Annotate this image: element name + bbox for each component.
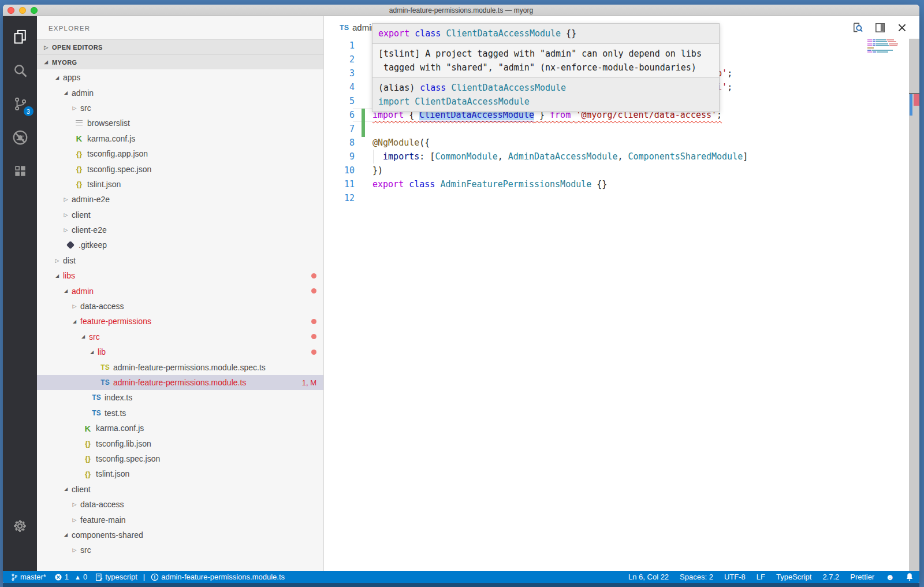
tree-item-feature-main[interactable]: ▷feature-main (37, 512, 323, 527)
ts-version[interactable]: 2.7.2 (822, 573, 839, 581)
tree-item-label: client (72, 485, 91, 494)
twisty-expanded-icon[interactable]: ◢ (54, 273, 61, 278)
tree-item--gitkeep[interactable]: .gitkeep (37, 237, 323, 252)
twisty-expanded-icon[interactable]: ◢ (88, 350, 95, 355)
tree-item-admin-e2e[interactable]: ▷admin-e2e (37, 192, 323, 207)
tree-item-label: src (80, 103, 91, 113)
eol-sequence[interactable]: LF (757, 573, 765, 581)
cursor-position[interactable]: Ln 6, Col 22 (628, 573, 669, 581)
twisty-collapsed-icon[interactable]: ▷ (71, 517, 78, 523)
open-preview-icon[interactable] (852, 22, 863, 33)
tree-item-admin-feature-permissions-module-ts[interactable]: TSadmin-feature-permissions.module.ts1, … (37, 375, 323, 390)
tree-item-apps[interactable]: ◢apps (37, 70, 323, 85)
twisty-expanded-icon[interactable]: ◢ (62, 486, 69, 492)
explorer-icon[interactable] (8, 24, 33, 50)
magnifier-icon (12, 62, 28, 79)
tree-item-label: admin (72, 88, 94, 98)
notifications-bell-icon[interactable] (906, 573, 914, 581)
source-control-icon[interactable]: 3 (8, 91, 33, 117)
twisty-expanded-icon[interactable]: ◢ (62, 288, 69, 294)
linter-status[interactable]: typescript | admin-feature-permissions.m… (95, 573, 285, 581)
open-editors-header[interactable]: ▷ OPEN EDITORS (37, 39, 323, 54)
formatter-status[interactable]: Prettier (850, 573, 874, 581)
twisty-expanded-icon[interactable]: ◢ (80, 334, 87, 339)
tree-item-tsconfig-spec-json[interactable]: {}tsconfig.spec.json (37, 451, 323, 466)
tree-item-client[interactable]: ◢client (37, 482, 323, 497)
chevron-right-icon: ▷ (43, 44, 50, 50)
tree-item-karma-conf-js[interactable]: Kkarma.conf.js (37, 131, 323, 146)
code-editor[interactable]: 123456789101112 import { NgModule } from… (324, 39, 919, 571)
encoding[interactable]: UTF-8 (724, 573, 746, 581)
tree-item-client[interactable]: ▷client (37, 207, 323, 222)
twisty-collapsed-icon[interactable]: ▷ (62, 227, 69, 233)
twisty-expanded-icon[interactable]: ◢ (71, 319, 78, 324)
tree-item-data-access[interactable]: ▷data-access (37, 299, 323, 314)
error-dot-badge (311, 350, 316, 355)
twisty-collapsed-icon[interactable]: ▷ (71, 303, 78, 309)
twisty-collapsed-icon[interactable]: ▷ (71, 105, 78, 111)
extensions-squares-icon (13, 164, 28, 179)
indentation[interactable]: Spaces: 2 (680, 573, 713, 581)
tree-item-admin-feature-permissions-module-spec-ts[interactable]: TSadmin-feature-permissions.module.spec.… (37, 359, 323, 374)
twisty-collapsed-icon[interactable]: ▷ (62, 212, 69, 218)
twisty-expanded-icon[interactable]: ◢ (54, 75, 61, 80)
problems-status[interactable]: 1 ▲ 0 (54, 573, 87, 581)
tree-item-src[interactable]: ▷src (37, 543, 323, 558)
tree-item-tslint-json[interactable]: {}tslint.json (37, 466, 323, 481)
ruler-error-mark (914, 94, 919, 106)
git-branch-status[interactable]: master* (11, 573, 46, 581)
workspace-header[interactable]: ◢ MYORG (37, 54, 323, 69)
tree-item-tslint-json[interactable]: {}tslint.json (37, 177, 323, 192)
tree-item-test-ts[interactable]: TStest.ts (37, 406, 323, 421)
tree-item-karma-conf-js[interactable]: Kkarma.conf.js (37, 421, 323, 436)
git-modified-gutter-bar (362, 109, 365, 137)
code-line-10: }) (372, 164, 908, 177)
tree-item-dist[interactable]: ▷dist (37, 253, 323, 268)
language-mode[interactable]: TypeScript (776, 573, 811, 581)
tree-item-lib[interactable]: ◢lib (37, 344, 323, 359)
feedback-smiley-icon[interactable]: ☻ (885, 573, 895, 581)
tree-item-label: test.ts (105, 408, 126, 418)
debug-icon[interactable] (8, 125, 33, 150)
tree-item-tsconfig-spec-json[interactable]: {}tsconfig.spec.json (37, 161, 323, 176)
minimap[interactable] (867, 39, 902, 53)
twisty-expanded-icon[interactable]: ◢ (62, 532, 69, 537)
tree-item-admin[interactable]: ◢admin (37, 85, 323, 100)
vscode-window: admin-feature-permissions.module.ts — my… (3, 5, 919, 583)
tree-item-label: src (89, 332, 100, 341)
problem-file-name: admin-feature-permissions.module.ts (161, 573, 285, 581)
close-editor-icon[interactable] (897, 23, 907, 32)
tree-item-tsconfig-lib-json[interactable]: {}tsconfig.lib.json (37, 436, 323, 451)
settings-gear-icon[interactable] (8, 513, 33, 538)
search-icon[interactable] (8, 58, 33, 83)
tree-item-browserslist[interactable]: browserslist (37, 116, 323, 131)
line-number: 1 (324, 39, 355, 53)
tree-item-tsconfig-app-json[interactable]: {}tsconfig.app.json (37, 146, 323, 161)
split-editor-icon[interactable] (875, 23, 885, 33)
tree-item-feature-permissions[interactable]: ◢feature-permissions (37, 314, 323, 329)
tree-item-data-access[interactable]: ▷data-access (37, 497, 323, 512)
tree-item-admin[interactable]: ◢admin (37, 283, 323, 298)
json-file-icon: {} (73, 180, 85, 188)
tree-item-libs[interactable]: ◢libs (37, 268, 323, 283)
twisty-expanded-icon[interactable]: ◢ (62, 90, 69, 95)
gear-icon (12, 518, 28, 534)
tree-item-components-shared[interactable]: ◢components-shared (37, 527, 323, 543)
tree-item-src[interactable]: ◢src (37, 329, 323, 344)
twisty-collapsed-icon[interactable]: ▷ (71, 501, 78, 507)
explorer-sidebar: EXPLORER ▷ OPEN EDITORS ◢ MYORG ◢apps◢ad… (37, 16, 324, 571)
overview-ruler[interactable] (909, 39, 919, 571)
tree-item-index-ts[interactable]: TSindex.ts (37, 390, 323, 405)
tree-item-label: admin-feature-permissions.module.ts (113, 378, 246, 387)
twisty-collapsed-icon[interactable]: ▷ (54, 258, 61, 263)
line-number: 6 (324, 108, 355, 122)
twisty-collapsed-icon[interactable]: ▷ (62, 196, 69, 202)
extensions-icon[interactable] (8, 158, 33, 184)
problems-modified-badge: 1, M (302, 378, 316, 387)
twisty-collapsed-icon[interactable]: ▷ (71, 547, 78, 553)
karma-file-icon: K (82, 423, 94, 433)
error-dot-badge (311, 288, 316, 294)
line-number-gutter: 123456789101112 (324, 39, 355, 205)
tree-item-client-e2e[interactable]: ▷client-e2e (37, 222, 323, 237)
tree-item-src[interactable]: ▷src (37, 101, 323, 116)
